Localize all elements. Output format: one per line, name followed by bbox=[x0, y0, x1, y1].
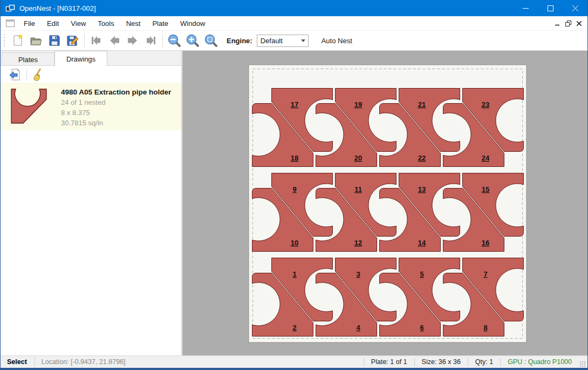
toolbar-separator bbox=[162, 33, 163, 48]
window-bottom-border bbox=[1, 368, 587, 370]
drawing-size: 8 x 8.375 bbox=[61, 109, 171, 117]
part-number-label: 13 bbox=[418, 185, 426, 193]
engine-value: Default bbox=[261, 37, 283, 45]
drawing-title: 4980 A05 Extraction pipe holder bbox=[61, 87, 171, 96]
status-bar: Select Location: [-0.9437, 21.8796] Plat… bbox=[1, 355, 587, 368]
nest-canvas[interactable]: 182022241719212310121416911131524681357 bbox=[182, 51, 588, 355]
menu-file[interactable]: File bbox=[18, 17, 41, 30]
resize-grip[interactable] bbox=[579, 361, 586, 367]
nav-first-button[interactable] bbox=[87, 32, 105, 49]
app-icon bbox=[5, 4, 15, 12]
menu-tools[interactable]: Tools bbox=[92, 17, 120, 30]
part-number-label: 3 bbox=[356, 270, 360, 278]
status-gpu: GPU : Quadro P1000 bbox=[501, 358, 579, 366]
menu-bar: File Edit View Tools Nest Plate Window bbox=[1, 16, 587, 31]
menu-window[interactable]: Window bbox=[174, 17, 211, 30]
part-number-label: 2 bbox=[292, 324, 296, 332]
maximize-button[interactable] bbox=[538, 0, 563, 16]
part-number-label: 12 bbox=[354, 239, 362, 247]
part-number-label: 8 bbox=[483, 324, 487, 332]
clean-drawings-button[interactable] bbox=[30, 68, 46, 82]
part-number-label: 6 bbox=[420, 324, 423, 332]
part-number-label: 16 bbox=[482, 239, 489, 247]
mdi-document-icon[interactable] bbox=[6, 19, 15, 27]
auto-nest-button[interactable]: Auto Nest bbox=[317, 34, 357, 48]
open-folder-button[interactable] bbox=[27, 32, 45, 49]
part-number-label: 11 bbox=[354, 185, 362, 193]
panel-toolbar-separator bbox=[26, 69, 27, 80]
part-number-label: 17 bbox=[291, 100, 298, 109]
drawing-area: 30.7815 sq/in bbox=[61, 119, 171, 127]
window-title: OpenNest - [N0317-002] bbox=[19, 4, 513, 12]
status-qty: Qty: 1 bbox=[468, 358, 500, 366]
toolbar-separator bbox=[84, 33, 85, 48]
import-drawing-button[interactable] bbox=[7, 68, 23, 82]
zoom-fit-button[interactable] bbox=[202, 32, 220, 49]
minimize-button[interactable] bbox=[513, 0, 538, 16]
mdi-minimize-button[interactable] bbox=[552, 18, 563, 28]
part-number-label: 24 bbox=[482, 154, 490, 162]
engine-label: Engine: bbox=[227, 37, 252, 45]
main-toolbar: Engine: Default Auto Nest bbox=[1, 31, 587, 51]
nav-next-button[interactable] bbox=[124, 32, 142, 49]
zoom-out-button[interactable] bbox=[165, 32, 183, 49]
part-number-label: 5 bbox=[420, 270, 423, 278]
status-size: Size: 36 x 36 bbox=[415, 358, 468, 366]
zoom-in-button[interactable] bbox=[183, 32, 202, 49]
part-number-label: 19 bbox=[354, 100, 362, 109]
menu-plate[interactable]: Plate bbox=[146, 17, 174, 30]
menu-view[interactable]: View bbox=[65, 17, 92, 30]
part-number-label: 1 bbox=[292, 270, 296, 278]
part-number-label: 4 bbox=[356, 324, 360, 332]
toolbar-grip[interactable] bbox=[3, 33, 5, 48]
new-document-button[interactable] bbox=[9, 32, 27, 49]
left-panel: Plates Drawings 4980 A05 Extract bbox=[1, 51, 182, 355]
part-number-label: 14 bbox=[418, 239, 426, 247]
tab-drawings[interactable]: Drawings bbox=[54, 51, 107, 66]
save-button[interactable] bbox=[45, 32, 64, 49]
chevron-down-icon bbox=[301, 39, 305, 42]
part-number-label: 23 bbox=[482, 100, 489, 109]
part-thumbnail bbox=[10, 88, 48, 125]
status-location: Location: [-0.9437, 21.8796] bbox=[35, 358, 132, 366]
menu-edit[interactable]: Edit bbox=[41, 17, 65, 30]
nav-last-button[interactable] bbox=[142, 32, 160, 49]
title-bar: OpenNest - [N0317-002] bbox=[1, 0, 587, 16]
panel-tabs: Plates Drawings bbox=[1, 51, 181, 66]
part-number-label: 15 bbox=[482, 185, 489, 193]
drawing-list-item[interactable]: 4980 A05 Extraction pipe holder 24 of 1 … bbox=[1, 83, 181, 130]
mdi-close-button[interactable] bbox=[573, 18, 584, 28]
part-number-label: 22 bbox=[418, 154, 426, 162]
part-number-label: 10 bbox=[291, 239, 298, 247]
close-button[interactable] bbox=[563, 0, 587, 16]
status-plate: Plate: 1 of 1 bbox=[364, 358, 414, 366]
save-as-button[interactable] bbox=[64, 32, 82, 49]
part-number-label: 9 bbox=[292, 185, 296, 193]
engine-select[interactable]: Default bbox=[257, 35, 309, 47]
mdi-restore-button[interactable] bbox=[563, 18, 573, 28]
part-number-label: 7 bbox=[483, 270, 487, 278]
nav-previous-button[interactable] bbox=[105, 32, 124, 49]
part-number-label: 18 bbox=[291, 154, 298, 162]
menu-nest[interactable]: Nest bbox=[120, 17, 147, 30]
drawing-nested-count: 24 of 1 nested bbox=[61, 98, 171, 106]
status-mode: Select bbox=[1, 358, 35, 366]
tab-plates[interactable]: Plates bbox=[2, 52, 54, 65]
part-number-label: 21 bbox=[418, 100, 426, 109]
part-number-label: 20 bbox=[354, 154, 362, 162]
panel-toolbar bbox=[1, 66, 181, 83]
